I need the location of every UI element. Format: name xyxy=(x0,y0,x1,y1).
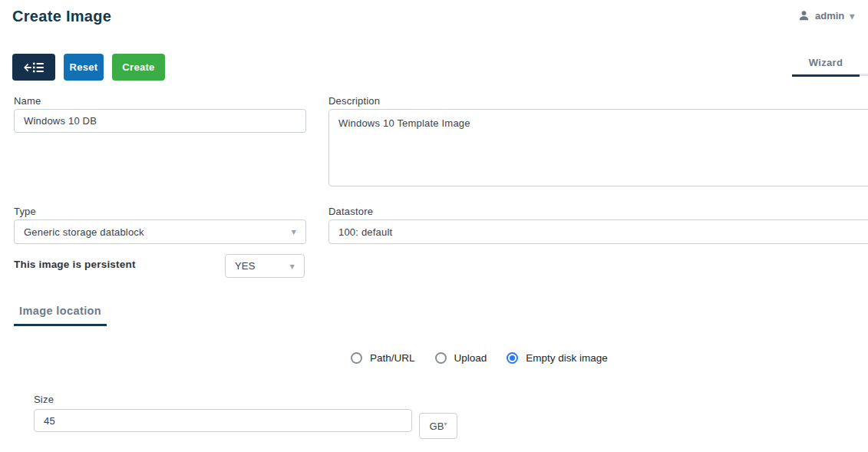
tab-image-location[interactable]: Image location xyxy=(14,305,107,326)
create-button[interactable]: Create xyxy=(112,54,165,81)
reset-button[interactable]: Reset xyxy=(64,54,104,81)
persistent-select[interactable]: YES ▾ xyxy=(225,254,305,278)
chevron-down-icon: ▾ xyxy=(444,421,447,427)
radio-option-upload[interactable]: Upload xyxy=(435,352,487,364)
datastore-label: Datastore xyxy=(328,206,373,217)
page-title: Create Image xyxy=(12,8,111,25)
size-label: Size xyxy=(34,394,54,405)
back-to-list-icon xyxy=(24,61,45,74)
persistent-label: This image is persistent xyxy=(14,259,136,270)
description-label: Description xyxy=(328,95,380,107)
radio-option-empty-disk-image[interactable]: Empty disk image xyxy=(507,352,608,364)
radio-label: Upload xyxy=(454,352,487,364)
chevron-down-icon: ▾ xyxy=(850,12,854,21)
size-input[interactable] xyxy=(34,409,412,432)
radio-label: Empty disk image xyxy=(526,352,608,364)
datastore-select-value: 100: default xyxy=(338,226,392,238)
tabbar-divider xyxy=(860,74,868,76)
radio-label: Path/URL xyxy=(370,352,415,364)
type-label: Type xyxy=(14,206,36,217)
create-image-page: Create Image admin ▾ Reset Create Wizard… xyxy=(0,0,868,452)
chevron-down-icon: ▾ xyxy=(292,227,296,236)
description-input[interactable]: Windows 10 Template Image xyxy=(328,109,868,186)
radio-icon xyxy=(435,352,447,364)
back-to-list-button[interactable] xyxy=(12,54,55,81)
size-unit-value: GB xyxy=(430,421,444,432)
datastore-select[interactable]: 100: default xyxy=(328,219,868,244)
persistent-select-value: YES xyxy=(235,260,256,272)
radio-icon xyxy=(507,352,518,364)
chevron-down-icon: ▾ xyxy=(290,262,295,271)
image-location-radio-group: Path/URL Upload Empty disk image xyxy=(351,352,608,364)
name-input[interactable] xyxy=(14,109,306,133)
type-select[interactable]: Generic storage datablock ▾ xyxy=(14,219,306,244)
radio-option-path-url[interactable]: Path/URL xyxy=(351,352,415,364)
user-name: admin xyxy=(815,10,844,21)
radio-icon xyxy=(351,352,362,364)
tab-wizard[interactable]: Wizard xyxy=(792,57,860,77)
user-menu[interactable]: admin ▾ xyxy=(798,10,854,21)
name-label: Name xyxy=(14,95,41,107)
type-select-value: Generic storage datablock xyxy=(24,226,144,238)
user-icon xyxy=(798,10,810,21)
size-unit-select[interactable]: GB ▾ xyxy=(419,413,457,439)
